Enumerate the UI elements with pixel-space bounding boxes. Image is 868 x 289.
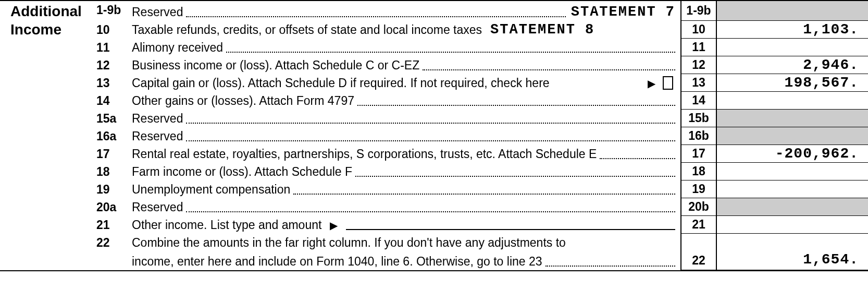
line-description: Unemployment compensation	[132, 180, 680, 198]
description-text: Rental real estate, royalties, partnersh…	[132, 147, 600, 162]
line-18: 18 Farm income or (loss). Attach Schedul…	[96, 163, 868, 180]
line-number-left: 15a	[96, 110, 132, 127]
line-17: 17 Rental real estate, royalties, partne…	[96, 145, 868, 163]
line-description: Reserved STATEMENT 7	[132, 1, 680, 21]
line-13: 13 Capital gain or (loss). Attach Schedu…	[96, 74, 868, 92]
statement-ref: STATEMENT 8	[485, 22, 594, 38]
line-number-left: 11	[96, 39, 132, 56]
line-number-right: 20b	[680, 198, 717, 216]
line-number-right: 21	[680, 216, 717, 234]
line-number-right: 17	[680, 145, 717, 163]
line-description: Reserved	[132, 110, 680, 127]
leader-dots	[600, 158, 675, 159]
line-description: Capital gain or (loss). Attach Schedule …	[132, 74, 680, 92]
line-number-left: 19	[96, 180, 132, 198]
description-text: Reserved	[132, 129, 186, 144]
leader-dots	[355, 176, 675, 177]
amount-cell[interactable]	[717, 127, 868, 145]
description-text-1: Combine the amounts in the far right col…	[132, 236, 569, 250]
line-description: Farm income or (loss). Attach Schedule F	[132, 163, 680, 180]
line-14: 14 Other gains or (losses). Attach Form …	[96, 92, 868, 110]
amount-cell[interactable]	[717, 39, 868, 56]
line-number-left: 21	[96, 216, 132, 234]
line-description: Alimony received	[132, 39, 680, 56]
line-description: Reserved	[132, 127, 680, 145]
leader-dots	[186, 140, 675, 141]
line-number-left: 1-9b	[96, 1, 132, 21]
amount-cell[interactable]	[717, 1, 868, 21]
line-number-left: 14	[96, 92, 132, 110]
amount-cell[interactable]: 1,103.	[717, 21, 868, 39]
description-text: Farm income or (loss). Attach Schedule F	[132, 165, 355, 179]
amount-cell[interactable]	[717, 216, 868, 234]
write-in-line[interactable]	[346, 229, 675, 230]
line-19: 19 Unemployment compensation 19	[96, 180, 868, 198]
amount-cell[interactable]: 1,654.	[717, 234, 868, 270]
line-number-left: 10	[96, 21, 132, 39]
statement-ref: STATEMENT 7	[566, 4, 675, 20]
line-1-9b: 1-9b Reserved STATEMENT 7 1-9b	[96, 1, 868, 21]
line-12: 12 Business income or (loss). Attach Sch…	[96, 56, 868, 74]
line-number-right: 16b	[680, 127, 717, 145]
line-number-right: 18	[680, 163, 717, 180]
description-text: Taxable refunds, credits, or offsets of …	[132, 23, 485, 38]
amount-cell[interactable]: 2,946.	[717, 56, 868, 74]
description-text: Reserved	[132, 5, 186, 20]
description-text: Other income. List type and amount	[132, 218, 325, 233]
line-21: 21 Other income. List type and amount ▶ …	[96, 216, 868, 234]
leader-dots	[423, 69, 675, 70]
line-15a: 15a Reserved 15b	[96, 110, 868, 127]
leader-dots	[186, 16, 565, 17]
line-description: Reserved	[132, 198, 680, 216]
description-text: Alimony received	[132, 41, 226, 55]
line-number-right: 15b	[680, 110, 717, 127]
checkbox-not-required[interactable]	[663, 76, 673, 90]
section-title: Additional Income	[10, 2, 94, 39]
line-number-right: 12	[680, 56, 717, 74]
line-number-right: 11	[680, 39, 717, 56]
leader-dots	[226, 52, 675, 53]
line-22: 22 Combine the amounts in the far right …	[96, 234, 868, 270]
description-text: Reserved	[132, 200, 186, 215]
line-number-right: 1-9b	[680, 1, 717, 21]
amount-cell[interactable]	[717, 163, 868, 180]
line-number-left: 18	[96, 163, 132, 180]
description-text-2: income, enter here and include on Form 1…	[132, 255, 545, 269]
line-number-right: 22	[680, 234, 717, 270]
line-description: Combine the amounts in the far right col…	[132, 234, 680, 270]
leader-dots	[186, 123, 675, 124]
line-description: Rental real estate, royalties, partnersh…	[132, 145, 680, 163]
leader-dots	[186, 211, 675, 212]
description-text: Capital gain or (loss). Attach Schedule …	[132, 76, 553, 91]
description-text: Unemployment compensation	[132, 183, 293, 197]
arrow-icon: ▶	[642, 77, 661, 91]
tax-form-additional-income: Additional Income 1-9b Reserved STATEMEN…	[0, 0, 868, 271]
line-number-right: 10	[680, 21, 717, 39]
line-number-right: 13	[680, 74, 717, 92]
line-10: 10 Taxable refunds, credits, or offsets …	[96, 21, 868, 39]
line-description: Taxable refunds, credits, or offsets of …	[132, 21, 680, 39]
line-description: Other gains or (losses). Attach Form 479…	[132, 92, 680, 110]
line-number-left: 16a	[96, 127, 132, 145]
line-number-right: 14	[680, 92, 717, 110]
amount-cell[interactable]: -200,962.	[717, 145, 868, 163]
line-number-right: 19	[680, 180, 717, 198]
amount-cell[interactable]	[717, 180, 868, 198]
leader-dots	[545, 266, 675, 267]
line-description: Other income. List type and amount ▶	[132, 216, 680, 234]
line-number-left: 13	[96, 74, 132, 92]
amount-cell[interactable]	[717, 92, 868, 110]
arrow-icon: ▶	[325, 219, 343, 233]
line-number-left: 12	[96, 56, 132, 74]
description-text: Business income or (loss). Attach Schedu…	[132, 58, 423, 73]
line-16a: 16a Reserved 16b	[96, 127, 868, 145]
form-rows: 1-9b Reserved STATEMENT 7 1-9b 10 Taxabl…	[96, 1, 868, 270]
leader-dots	[357, 105, 675, 106]
line-11: 11 Alimony received 11	[96, 39, 868, 56]
amount-cell[interactable]	[717, 110, 868, 127]
amount-cell[interactable]: 198,567.	[717, 74, 868, 92]
line-description: Business income or (loss). Attach Schedu…	[132, 56, 680, 74]
description-text: Reserved	[132, 112, 186, 126]
amount-cell[interactable]	[717, 198, 868, 216]
line-number-left: 22	[96, 234, 132, 270]
